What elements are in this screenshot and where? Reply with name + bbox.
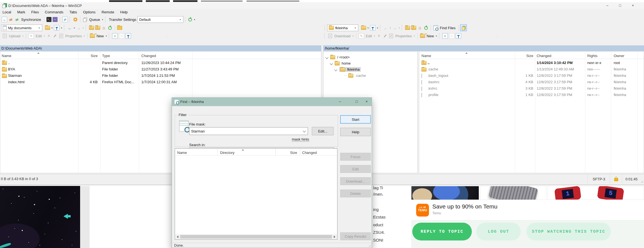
file-mask-combobox[interactable]: Starman	[189, 127, 308, 135]
queue-icon[interactable]	[83, 17, 88, 22]
root-directory-icon[interactable]: /	[411, 25, 416, 30]
menu-help[interactable]: Help	[118, 9, 130, 15]
column-header-size[interactable]: Size	[278, 151, 297, 155]
remote-file-row[interactable]: ↑ .. 1/14/2024 3:10:42 PM rwxr-xr-x root	[419, 60, 644, 66]
minimize-button[interactable]: –	[336, 98, 344, 105]
back-icon[interactable]: ←	[67, 25, 72, 30]
download-result-button[interactable]: Download...	[340, 177, 371, 185]
queue-label[interactable]: Queue	[89, 18, 100, 22]
copy-results-button[interactable]: Copy Results	[340, 232, 371, 240]
horizontal-scrollbar[interactable]	[175, 234, 337, 239]
column-header-size[interactable]: Size	[511, 54, 533, 58]
refresh-panels-icon[interactable]: ⇄	[62, 17, 68, 22]
minimize-button[interactable]: –	[601, 2, 614, 9]
open-directory-icon[interactable]	[361, 25, 366, 30]
remote-file-row[interactable]: .kshrc 3 KB 12/8/2022 3:17:59 PM rw-r--r…	[419, 85, 644, 92]
upload-label[interactable]: Upload	[9, 34, 20, 38]
preferences-gear-icon[interactable]	[73, 17, 78, 22]
tree-node-root[interactable]: / <root>	[326, 54, 350, 60]
close-button[interactable]: ×	[362, 98, 371, 105]
new-icon[interactable]: ★	[420, 33, 425, 38]
column-header-directory[interactable]: Directory	[220, 151, 235, 155]
filter-icon[interactable]	[54, 25, 60, 31]
swap-panels-icon[interactable]: ↔	[2, 17, 7, 22]
synchronize-label[interactable]: Synchronize	[21, 18, 41, 22]
select-files-icon[interactable]: +	[112, 33, 118, 39]
menu-remote[interactable]: Remote	[99, 9, 117, 15]
unselect-files-icon[interactable]: −	[449, 33, 455, 39]
title-bar[interactable]: D:\Documents\Web ADA – fkleinha – WinSCP…	[0, 2, 644, 9]
forward-icon[interactable]: →	[76, 25, 81, 30]
remote-file-row[interactable]: .bash_logout 1 KB 12/8/2022 3:17:59 PM r…	[419, 73, 644, 79]
stop-watching-button[interactable]: STOP WATCHING THIS TOPIC	[526, 223, 611, 240]
column-header-type[interactable]: Type	[102, 54, 110, 58]
column-header-owner[interactable]: Owner	[614, 54, 624, 58]
new-dropdown-icon[interactable]: ▾	[436, 35, 437, 37]
tree-expanded-icon[interactable]	[330, 62, 333, 65]
sync-browsing-icon[interactable]: ⇄	[8, 17, 13, 22]
tree-node-cache[interactable]: .cache	[344, 73, 366, 78]
resize-grip[interactable]	[369, 245, 371, 247]
select-files-icon[interactable]: +	[442, 33, 448, 39]
back-dropdown-icon[interactable]: ▾	[74, 27, 75, 29]
open-directory-icon[interactable]	[45, 25, 50, 30]
help-button[interactable]: Help	[340, 128, 371, 136]
new-dropdown-icon[interactable]: ▾	[106, 35, 107, 37]
column-header-name[interactable]: Name	[421, 54, 431, 58]
delete-result-button[interactable]: Delete	[340, 190, 371, 197]
local-file-row[interactable]: BYA File folder 11/27/2023 3:43:49 PM	[0, 66, 321, 73]
encryption-lock-segment[interactable]	[610, 174, 622, 184]
scroll-left-icon[interactable]	[175, 234, 180, 239]
ad-product-image-car-accessories[interactable]	[411, 186, 479, 200]
edit-result-button[interactable]: Edit	[340, 165, 371, 173]
parent-directory-icon[interactable]: ↑	[405, 25, 410, 30]
new-label[interactable]: New	[427, 34, 434, 38]
download-label[interactable]: Download	[334, 34, 351, 38]
home-directory-icon[interactable]: ⌂	[101, 25, 106, 30]
synchronize-icon[interactable]: ⇄	[14, 17, 19, 22]
transfer-summary[interactable]: 0 B of 3.43 KB in 0 of 3	[1, 177, 38, 181]
mask-hints-link[interactable]: mask hints	[292, 137, 309, 142]
remote-file-row[interactable]: .profile 1 KB 12/8/2022 3:17:59 PM rw-r-…	[419, 92, 644, 98]
new-label[interactable]: New	[97, 34, 104, 38]
remote-location-select[interactable]: fkleinha ▾	[327, 24, 358, 31]
properties-label[interactable]: Properties	[65, 34, 82, 38]
local-location-select[interactable]: My documents ▾	[1, 24, 42, 31]
ad-product-image-watches[interactable]: 1 5	[547, 186, 644, 200]
ad-title[interactable]: Save up to 90% on Temu	[432, 203, 497, 210]
protocol-badge[interactable]: SFTP-3	[588, 174, 610, 184]
refresh-icon[interactable]	[107, 25, 112, 30]
remote-file-row[interactable]: .cache 1/13/2024 12:49:33 AM rwx------ f…	[419, 66, 644, 73]
remote-path-bar[interactable]: /home/fkleinha/	[323, 45, 644, 51]
selection-filter-icon[interactable]	[125, 33, 131, 39]
local-path-bar[interactable]: D:\Documents\Web ADA\	[0, 45, 321, 51]
column-header-rights[interactable]: Rights	[587, 54, 598, 58]
filter-icon[interactable]	[370, 25, 376, 31]
log-out-button[interactable]: LOG OUT	[476, 223, 521, 240]
temu-logo[interactable]: ¿♦.ıØ TEMU	[416, 204, 429, 217]
find-dialog-title-bar[interactable]: Find – fkleinha – □ ×	[172, 98, 372, 106]
selection-filter-icon[interactable]	[456, 33, 461, 39]
transfer-settings-select[interactable]: Default ▾	[137, 16, 183, 23]
properties-label[interactable]: Properties	[395, 34, 412, 38]
open-directory-dropdown-icon[interactable]: ▾	[51, 27, 53, 29]
filter-dropdown-icon[interactable]: ▾	[61, 27, 62, 29]
refresh-icon[interactable]	[423, 25, 428, 30]
filter-dropdown-icon[interactable]: ▾	[377, 27, 378, 29]
close-button[interactable]: ×	[626, 2, 639, 9]
menu-local[interactable]: Local	[0, 9, 14, 15]
tree-expanded-icon[interactable]	[325, 56, 328, 59]
edit-label[interactable]: Edit	[36, 34, 42, 38]
new-icon[interactable]: ★	[90, 33, 95, 38]
parent-directory-icon[interactable]: ↑	[89, 25, 94, 30]
column-header-changed[interactable]: Changed	[302, 151, 317, 155]
menu-mark[interactable]: Mark	[15, 9, 28, 15]
focus-button[interactable]: Focus	[340, 153, 371, 161]
maximize-button[interactable]: □	[352, 98, 361, 105]
maximize-button[interactable]: □	[614, 2, 626, 9]
menu-tabs[interactable]: Tabs	[67, 9, 79, 15]
menu-commands[interactable]: Commands	[42, 9, 66, 15]
console-icon[interactable]: ⌁	[53, 17, 58, 22]
edit-label[interactable]: Edit	[366, 34, 372, 38]
reply-to-topic-button[interactable]: REPLY TO TOPIC	[412, 223, 472, 240]
